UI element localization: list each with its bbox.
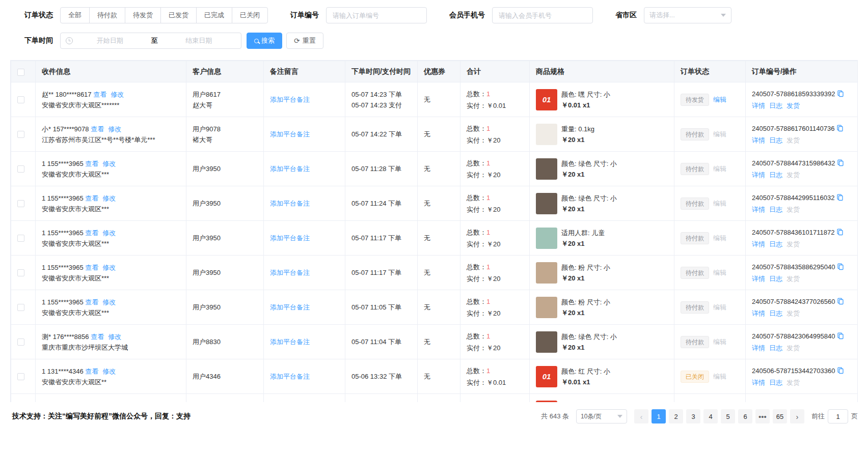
ship-link[interactable]: 发货: [786, 102, 800, 109]
modify-link[interactable]: 修改: [108, 125, 121, 133]
row-checkbox[interactable]: [17, 373, 24, 380]
total-label: 总数：: [467, 229, 486, 236]
add-note-link[interactable]: 添加平台备注: [270, 338, 310, 346]
spec-cell: 01: [530, 394, 674, 403]
detail-link[interactable]: 详情: [752, 136, 765, 144]
add-note-link[interactable]: 添加平台备注: [270, 234, 310, 242]
log-link[interactable]: 日志: [769, 136, 782, 144]
page-button-2[interactable]: 2: [669, 409, 683, 423]
page-button-65[interactable]: 65: [773, 409, 787, 423]
detail-link[interactable]: 详情: [752, 309, 765, 317]
pay-time: 05-07 14:23 支付: [351, 100, 411, 110]
page-button-4[interactable]: 4: [703, 409, 718, 423]
view-link[interactable]: 查看: [85, 160, 98, 167]
date-range-picker[interactable]: 开始日期 至 结束日期: [60, 33, 241, 49]
goto-page-input[interactable]: [828, 409, 848, 423]
detail-link[interactable]: 详情: [752, 379, 765, 386]
row-checkbox[interactable]: [17, 304, 24, 311]
modify-link[interactable]: 修改: [102, 368, 116, 375]
edit-link[interactable]: 编辑: [713, 96, 726, 103]
add-note-link[interactable]: 添加平台备注: [270, 269, 310, 276]
view-link[interactable]: 查看: [85, 368, 98, 375]
page-size-select[interactable]: 10条/页: [576, 409, 627, 423]
log-link[interactable]: 日志: [769, 344, 782, 352]
view-link[interactable]: 查看: [85, 264, 98, 271]
status-tab-2[interactable]: 待发货: [125, 7, 161, 23]
row-checkbox[interactable]: [17, 338, 24, 346]
page-button-1[interactable]: 1: [652, 409, 666, 423]
next-page-button[interactable]: ›: [790, 409, 804, 423]
price-qty: ￥0.01 x1: [561, 377, 610, 387]
view-link[interactable]: 查看: [91, 125, 104, 133]
view-link[interactable]: 查看: [93, 91, 106, 98]
row-checkbox[interactable]: [17, 165, 24, 173]
copy-icon[interactable]: [837, 332, 844, 343]
member-phone-input[interactable]: [492, 7, 593, 23]
add-note-link[interactable]: 添加平台备注: [270, 373, 310, 380]
log-link[interactable]: 日志: [769, 309, 782, 317]
modify-link[interactable]: 修改: [102, 160, 116, 167]
modify-link[interactable]: 修改: [102, 264, 116, 271]
view-link[interactable]: 查看: [85, 298, 98, 306]
log-link[interactable]: 日志: [769, 171, 782, 179]
select-all-checkbox[interactable]: [17, 69, 24, 76]
add-note-link[interactable]: 添加平台备注: [270, 165, 310, 173]
page-button-6[interactable]: 6: [738, 409, 752, 423]
copy-icon[interactable]: [837, 297, 844, 308]
detail-link[interactable]: 详情: [752, 171, 765, 179]
detail-link[interactable]: 详情: [752, 344, 765, 352]
view-link[interactable]: 查看: [85, 194, 98, 202]
add-note-link[interactable]: 添加平台备注: [270, 303, 310, 311]
reset-button[interactable]: ⟳ 重置: [286, 33, 323, 49]
status-tab-4[interactable]: 已完成: [196, 7, 232, 23]
add-note-link[interactable]: 添加平台备注: [270, 96, 310, 103]
row-checkbox[interactable]: [17, 200, 24, 207]
modify-link[interactable]: 修改: [108, 333, 121, 341]
order-time: 05-06 13:32 下单: [351, 371, 411, 382]
search-button[interactable]: 搜索: [247, 33, 282, 49]
customer-id: 用户3950: [193, 302, 257, 313]
detail-link[interactable]: 详情: [752, 102, 765, 109]
copy-icon[interactable]: [837, 263, 844, 273]
copy-icon[interactable]: [837, 159, 844, 170]
order-time: 05-07 14:22 下单: [351, 129, 411, 139]
paid-label: 实付：: [467, 309, 486, 317]
status-tab-5[interactable]: 已关闭: [232, 7, 268, 23]
log-link[interactable]: 日志: [769, 379, 782, 386]
status-tab-3[interactable]: 已发货: [160, 7, 197, 23]
row-checkbox[interactable]: [17, 96, 24, 103]
detail-link[interactable]: 详情: [752, 240, 765, 248]
order-no-input[interactable]: [326, 7, 427, 23]
add-note-link[interactable]: 添加平台备注: [270, 130, 310, 138]
add-note-link[interactable]: 添加平台备注: [270, 200, 310, 207]
prev-page-button[interactable]: ‹: [634, 409, 648, 423]
modify-link[interactable]: 修改: [111, 91, 124, 98]
row-checkbox[interactable]: [17, 269, 24, 276]
log-link[interactable]: 日志: [769, 240, 782, 248]
modify-link[interactable]: 修改: [102, 229, 116, 237]
log-link[interactable]: 日志: [769, 206, 782, 213]
modify-link[interactable]: 修改: [102, 298, 116, 306]
copy-icon[interactable]: [836, 124, 844, 135]
view-link[interactable]: 查看: [91, 333, 104, 341]
detail-link[interactable]: 详情: [752, 206, 765, 213]
page-button-5[interactable]: 5: [721, 409, 735, 423]
more-pages-button[interactable]: •••: [755, 409, 770, 423]
row-checkbox[interactable]: [17, 235, 24, 242]
status-tab-1[interactable]: 待付款: [89, 7, 125, 23]
status-tab-0[interactable]: 全部: [60, 7, 90, 23]
customer-cell: 用户3950: [186, 152, 264, 186]
copy-icon[interactable]: [837, 90, 844, 100]
copy-icon[interactable]: [837, 366, 844, 377]
copy-icon[interactable]: [836, 228, 844, 239]
log-link[interactable]: 日志: [769, 102, 782, 109]
view-link[interactable]: 查看: [85, 229, 98, 237]
page-button-3[interactable]: 3: [686, 409, 700, 423]
copy-icon[interactable]: [836, 193, 844, 204]
region-select[interactable]: 请选择...: [644, 7, 731, 23]
chevron-down-icon: [721, 14, 726, 17]
log-link[interactable]: 日志: [769, 275, 782, 282]
row-checkbox[interactable]: [17, 131, 24, 138]
modify-link[interactable]: 修改: [102, 194, 116, 202]
detail-link[interactable]: 详情: [752, 275, 765, 282]
